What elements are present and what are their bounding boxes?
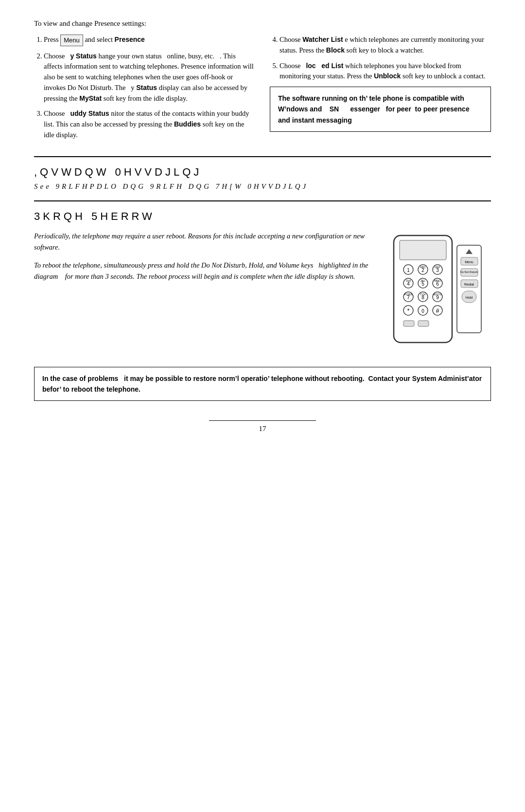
page-number: 17: [259, 425, 266, 433]
list-item-2: Choose y Status hange your own status on…: [44, 51, 255, 104]
svg-text:JKL: JKL: [420, 279, 426, 282]
svg-text:MNO: MNO: [434, 279, 441, 282]
svg-rect-1: [400, 240, 446, 260]
svg-rect-34: [403, 321, 414, 326]
svg-text:Menu: Menu: [465, 260, 473, 264]
svg-text:TUV: TUV: [420, 293, 426, 296]
svg-text:ABC: ABC: [420, 266, 426, 269]
divider-2: [34, 200, 491, 201]
note-box: The software running on th’ tele phone i…: [270, 87, 491, 132]
instant-messaging-section: ,QVWDQW 0HVVDJLQJ See 9RLFHPDLO DQG 9RLF…: [34, 166, 491, 191]
choose-label: Choose: [44, 52, 70, 60]
section1-title: ,QVWDQW 0HVVDJLQJ: [34, 166, 491, 179]
menu-button-label: Menu: [60, 35, 83, 46]
col-right: Choose Watcher List e which telephones a…: [270, 35, 491, 145]
svg-text:#: #: [436, 307, 439, 314]
block-label: Block: [326, 46, 345, 54]
reboot-para2: To reboot the telephone, simultaneously …: [34, 260, 369, 282]
buddy-status-label: uddy Status: [70, 109, 109, 117]
note-text: The software running on th’ tele phone i…: [278, 94, 470, 124]
watcher-list-label: Watcher List: [302, 36, 343, 43]
footer-divider: [209, 420, 316, 421]
intro-text: To view and change Presence settings:: [34, 19, 491, 28]
choose5-label: Choose: [280, 62, 306, 70]
svg-text:Do Not Disturb: Do Not Disturb: [460, 271, 478, 273]
phone-section: Periodically, the telephone may require …: [34, 231, 491, 357]
col-left: Press Menu and select Presence Choose y …: [34, 35, 255, 145]
phone-text-col: Periodically, the telephone may require …: [34, 231, 369, 357]
status-bold: Status: [136, 84, 157, 91]
my-status-label: y Status: [70, 52, 96, 60]
phone-diagram: 1 2 ABC 3 DEF 4 GHI 5 JKL 6 MNO 7: [384, 231, 491, 357]
choose4-label: Choose: [280, 36, 302, 43]
right-list: Choose Watcher List e which telephones a…: [270, 35, 491, 82]
section2-title: 3KRQH 5HERRW: [34, 210, 491, 223]
svg-text:DEF: DEF: [435, 266, 440, 269]
unblock-label: Unblock: [374, 72, 401, 80]
reboot-para1: Periodically, the telephone may require …: [34, 231, 369, 253]
phone-reboot-section: 3KRQH 5HERRW Periodically, the telephone…: [34, 210, 491, 401]
buddies-label: Buddies: [174, 120, 201, 128]
item4-text2: soft key to block a watcher.: [347, 46, 424, 54]
svg-text:GHI: GHI: [406, 279, 411, 282]
press-label: Press: [44, 36, 60, 43]
left-list: Press Menu and select Presence Choose y …: [34, 35, 255, 141]
list-item-4: Choose Watcher List e which telephones a…: [280, 35, 491, 56]
page-footer: 17: [34, 420, 491, 433]
svg-text:1: 1: [407, 268, 410, 273]
presence-label: Presence: [115, 36, 145, 43]
list-item-1: Press Menu and select Presence: [44, 35, 255, 46]
svg-text:WXYZ: WXYZ: [433, 293, 442, 296]
svg-text:Hold: Hold: [466, 296, 473, 299]
mystat-label: MyStat: [79, 94, 102, 102]
two-col-section: Press Menu and select Presence Choose y …: [34, 35, 491, 145]
select-label: and select: [85, 36, 114, 43]
list-item-5: Choose loc ed List which telephones you …: [280, 61, 491, 82]
item5-text2: soft key to unblock a contact.: [402, 72, 486, 80]
svg-text:0: 0: [421, 308, 424, 314]
warning-text: In the case of problems it may be possib…: [42, 375, 482, 393]
divider-1: [34, 156, 491, 157]
item2-text3: soft key from the idle display.: [104, 94, 188, 102]
choose3-label: Choose: [44, 109, 70, 117]
list-item-3: Choose uddy Status nitor the status of t…: [44, 108, 255, 140]
phone-svg: 1 2 ABC 3 DEF 4 GHI 5 JKL 6 MNO 7: [389, 231, 486, 357]
svg-text:*: *: [407, 307, 410, 314]
section1-subtitle: See 9RLFHPDLO DQG 9RLFH DQG 7H[W 0HVVDJL…: [34, 182, 491, 191]
warning-box: In the case of problems it may be possib…: [34, 367, 491, 401]
svg-text:PQRS: PQRS: [404, 293, 412, 296]
svg-rect-35: [418, 321, 429, 326]
blocked-list-label: loc ed List: [306, 62, 343, 70]
svg-text:Redial: Redial: [464, 283, 474, 286]
